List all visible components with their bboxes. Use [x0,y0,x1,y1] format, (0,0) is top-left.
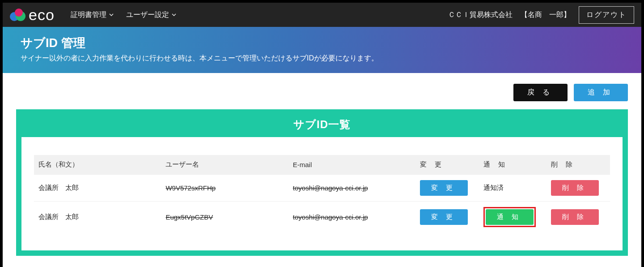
nav-right: ＣＣＩ貿易株式会社 【名商 一郎】 ログアウト [448,6,637,24]
table-row: 会議所 太郎 W9V572sxRFHp toyoshi@nagoya-cci.o… [34,175,610,202]
chevron-down-icon [109,13,114,17]
logout-button[interactable]: ログアウト [579,6,634,24]
notify-highlight: 通知 [483,207,536,227]
table-header-row: 氏名（和文） ユーザー名 E-mail 変更 通知 削除 [34,155,610,175]
add-button[interactable]: 追加 [574,84,628,101]
cell-email: toyoshi@nagoya-cci.or.jp [288,175,415,202]
subid-table: 氏名（和文） ユーザー名 E-mail 変更 通知 削除 会議所 太郎 W9V5… [34,155,610,233]
cell-email: toyoshi@nagoya-cci.or.jp [288,202,415,233]
cell-delete: 削除 [547,202,610,233]
cell-username: Eugx5tVpGZBV [161,202,288,233]
nav-certificate-management-label: 証明書管理 [71,10,106,20]
nav-user-settings-label: ユーザー設定 [126,10,169,20]
cell-username: W9V572sxRFHp [161,175,288,202]
cell-name: 会議所 太郎 [34,202,161,233]
nav-user-settings[interactable]: ユーザー設定 [120,3,182,27]
logo[interactable]: eco [10,6,55,24]
panel-body: 氏名（和文） ユーザー名 E-mail 変更 通知 削除 会議所 太郎 W9V5… [21,137,623,250]
cell-name: 会議所 太郎 [34,175,161,202]
th-username: ユーザー名 [161,155,288,175]
th-notify: 通知 [479,155,546,175]
cell-notify: 通知 [479,202,546,233]
nav-certificate-management[interactable]: 証明書管理 [64,3,120,27]
table-row: 会議所 太郎 Eugx5tVpGZBV toyoshi@nagoya-cci.o… [34,202,610,233]
th-email: E-mail [288,155,415,175]
th-name: 氏名（和文） [34,155,161,175]
notify-status: 通知済 [483,184,504,191]
logo-text: eco [29,6,55,24]
notify-button[interactable]: 通知 [486,209,534,225]
cell-change: 変更 [415,175,479,202]
subid-panel: サブID一覧 氏名（和文） ユーザー名 E-mail 変更 通知 削除 [16,109,628,256]
action-button-row: 戻る 追加 [16,84,628,101]
change-button[interactable]: 変更 [420,209,468,225]
th-delete: 削除 [547,155,610,175]
delete-button[interactable]: 削除 [551,209,599,225]
page-subtitle: サイナー以外の者に入力作業を代わりに行わせる時は、本メニューで管理いただけるサブ… [21,54,623,63]
back-button[interactable]: 戻る [513,84,568,101]
top-nav: eco 証明書管理 ユーザー設定 ＣＣＩ貿易株式会社 【名商 一郎】 ログアウト [3,3,641,27]
change-button[interactable]: 変更 [420,180,468,196]
app-frame: eco 証明書管理 ユーザー設定 ＣＣＩ貿易株式会社 【名商 一郎】 ログアウト… [0,0,644,267]
cell-delete: 削除 [547,175,610,202]
logo-cloud-icon [10,9,28,21]
page-header: サブID 管理 サイナー以外の者に入力作業を代わりに行わせる時は、本メニューで管… [3,27,641,73]
company-name: ＣＣＩ貿易株式会社 [448,10,513,20]
cell-change: 変更 [415,202,479,233]
page-title: サブID 管理 [21,35,623,51]
th-change: 変更 [415,155,479,175]
user-name: 【名商 一郎】 [521,10,571,20]
content-area: 戻る 追加 サブID一覧 氏名（和文） ユーザー名 E-mail 変更 通知 削… [3,73,641,267]
chevron-down-icon [172,13,176,17]
delete-button[interactable]: 削除 [551,180,599,196]
cell-notify: 通知済 [479,175,546,202]
panel-title: サブID一覧 [21,115,623,137]
